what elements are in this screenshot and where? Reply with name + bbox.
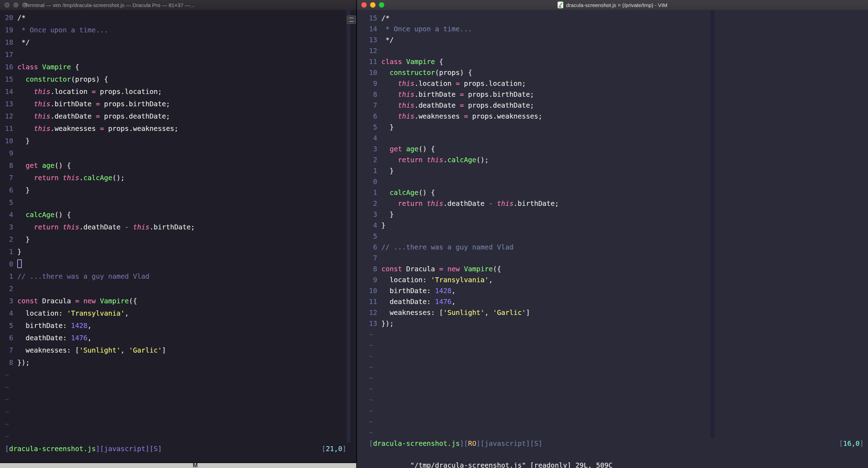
- code-token: [: [322, 445, 326, 453]
- line-number: 7: [369, 100, 377, 111]
- line-number: 6: [5, 184, 13, 196]
- code-token: .deathDate: [50, 112, 96, 120]
- code-token: this: [497, 200, 513, 208]
- vim-text-area[interactable]: 20/*19 * Once upon a time...18 */1716cla…: [0, 10, 356, 467]
- code-token: props.birthDate;: [100, 100, 170, 108]
- line-number: 4: [5, 307, 13, 320]
- tilde-glyph: ~: [369, 352, 373, 360]
- code-token: ]: [162, 346, 166, 354]
- code-token: }: [381, 167, 394, 175]
- terminal-window: Terminal — vim /tmp/dracula-screenshot.j…: [0, 0, 356, 468]
- code-token: Vampire: [464, 265, 493, 273]
- line-number: 1: [369, 187, 377, 198]
- code-line: 4 location: 'Transylvania',: [0, 307, 356, 320]
- code-line: 7 this.deathDate = props.deathDate;: [357, 100, 868, 111]
- tilde-glyph: ~: [369, 374, 373, 382]
- code-token: [: [839, 439, 843, 448]
- vim-text-area[interactable]: 15/*14 * Once upon a time...13 */1211cla…: [357, 10, 868, 460]
- code-token: .: [79, 174, 83, 182]
- code-token: weaknesses: [: [381, 309, 443, 317]
- code-token: [381, 156, 398, 164]
- line-number: 11: [369, 56, 377, 67]
- line-number: 15: [369, 13, 377, 24]
- code-token: this: [398, 80, 414, 88]
- tilde-line: ~: [357, 384, 868, 394]
- code-token: }: [381, 210, 394, 219]
- code-token: // ...there was a guy named Vlad: [381, 243, 513, 251]
- line-number: 7: [369, 253, 377, 264]
- code-token: (props) {: [435, 69, 472, 77]
- line-number: 6: [369, 111, 377, 122]
- statusline-file-info: [dracula-screenshot.js][RO][javascript][…: [369, 438, 542, 449]
- line-number: 2: [369, 154, 377, 165]
- code-token: });: [381, 320, 394, 328]
- code-token: [17, 211, 25, 219]
- code-line: 10 constructor(props) {: [357, 67, 868, 78]
- code-line: 0: [357, 176, 868, 187]
- tilde-glyph: ~: [369, 341, 373, 349]
- tilde-glyph: ~: [369, 330, 373, 339]
- code-token: .weaknesses: [414, 112, 464, 120]
- macvim-window: JS dracula-screenshot.js = (/private/tmp…: [357, 0, 868, 468]
- line-number: 4: [5, 209, 13, 221]
- code-line: 10 }: [0, 135, 356, 147]
- code-token: ][: [476, 439, 484, 448]
- code-line: 14 this.location = props.location;: [0, 86, 356, 98]
- code-line: 11 this.weaknesses = props.weaknesses;: [0, 122, 356, 135]
- cursor-outline: [17, 259, 22, 268]
- code-token: }: [381, 221, 385, 229]
- code-token: -: [125, 223, 129, 231]
- code-line: 11class Vampire {: [357, 56, 868, 67]
- code-lines: 20/*19 * Once upon a time...18 */1716cla…: [0, 12, 356, 369]
- line-number: 3: [369, 209, 377, 220]
- code-token: () {: [419, 189, 435, 197]
- code-line: 1 }: [357, 165, 868, 176]
- code-token: [381, 101, 398, 109]
- terminal-titlebar[interactable]: Terminal — vim /tmp/dracula-screenshot.j…: [0, 0, 356, 10]
- tilde-glyph: ~: [5, 408, 9, 416]
- close-button[interactable]: [4, 2, 10, 8]
- code-token: props.deathDate;: [100, 112, 170, 120]
- code-token: javascript: [485, 439, 526, 448]
- code-line: 5 birthDate: 1428,: [0, 320, 356, 332]
- line-number: 14: [369, 24, 377, 34]
- line-number: 15: [5, 73, 13, 86]
- code-token: () {: [55, 211, 71, 219]
- code-token: calcAge: [447, 156, 476, 164]
- code-token: }: [17, 186, 30, 194]
- code-token: =: [92, 88, 96, 96]
- code-token: 'Garlic': [129, 346, 162, 354]
- code-token: constructor: [390, 69, 435, 77]
- macvim-title-text: dracula-screenshot.js = (/private/tmp) -…: [566, 2, 667, 8]
- line-number: 1: [369, 165, 377, 176]
- macvim-titlebar[interactable]: JS dracula-screenshot.js = (/private/tmp…: [357, 0, 868, 10]
- code-token: props.location;: [460, 80, 526, 88]
- code-token: =: [96, 112, 100, 120]
- code-token: 1428: [71, 322, 88, 330]
- line-number: 8: [369, 264, 377, 274]
- code-token: {: [71, 63, 79, 71]
- line-number: 4: [369, 220, 377, 231]
- code-line: 12: [357, 45, 868, 56]
- tilde-glyph: ~: [5, 432, 9, 441]
- code-token: S: [534, 439, 538, 448]
- line-number: 12: [369, 45, 377, 56]
- code-token: =: [464, 112, 468, 120]
- code-token: [17, 125, 34, 133]
- line-number: 5: [369, 122, 377, 133]
- code-token: age: [406, 145, 419, 153]
- tilde-glyph: ~: [5, 383, 9, 391]
- line-number: 12: [5, 110, 13, 122]
- code-line: 12 weaknesses: ['Sunlight', 'Garlic']: [357, 307, 868, 318]
- code-token: 'Sunlight': [79, 346, 120, 354]
- code-token: [381, 112, 398, 120]
- code-line: 3 get age() {: [357, 144, 868, 154]
- code-token: [129, 223, 133, 231]
- code-token: [381, 200, 398, 208]
- minimize-button[interactable]: [13, 2, 19, 8]
- split-pane-button[interactable]: [347, 15, 356, 24]
- code-token: this: [427, 200, 443, 208]
- code-token: [381, 90, 398, 99]
- statusline-ruler: [21,0]: [322, 443, 356, 455]
- code-token: }: [17, 248, 21, 256]
